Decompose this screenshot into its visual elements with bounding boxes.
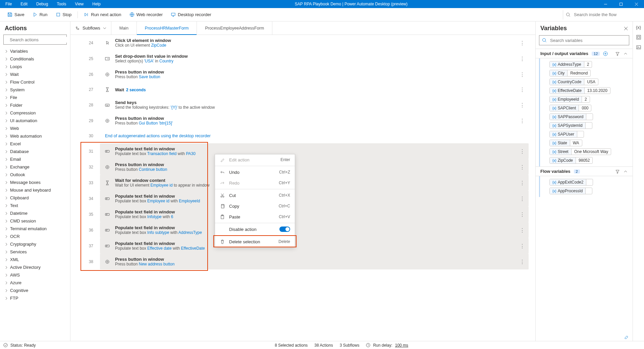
flow-step[interactable]: Populate text field in windowPopulate te…	[100, 206, 529, 222]
minimize-button[interactable]	[598, 0, 613, 8]
flow-variables-header[interactable]: Flow variables 2	[536, 166, 633, 176]
variable-chip[interactable]: {x}ZipCode98052	[549, 157, 593, 164]
add-variable-button[interactable]	[603, 51, 608, 56]
actions-category[interactable]: Terminal emulation	[0, 225, 70, 233]
actions-category[interactable]: Email	[0, 155, 70, 163]
step-more-button[interactable]: ⋮	[520, 87, 525, 93]
ctx-cut[interactable]: CutCtrl+X	[215, 190, 295, 201]
variable-chip[interactable]: {x}AppExitCode2	[549, 179, 593, 186]
flow-step[interactable]: Populate text field in windowPopulate te…	[100, 143, 529, 159]
stop-button[interactable]: Stop	[52, 11, 75, 18]
menu-help[interactable]: Help	[88, 0, 105, 8]
filter-icon[interactable]	[615, 169, 620, 174]
flow-step[interactable]: Wait2 seconds⋮	[100, 82, 529, 97]
flow-step[interactable]: Click UI element in windowClick on UI el…	[100, 35, 529, 51]
actions-category[interactable]: Wait	[0, 70, 70, 78]
step-more-button[interactable]: ⋮	[520, 258, 525, 265]
subflows-toggle[interactable]: Subflows	[70, 21, 111, 35]
io-variables-header[interactable]: Input / output variables 12	[536, 49, 633, 58]
actions-category[interactable]: Folder	[0, 101, 70, 109]
close-panel-button[interactable]	[624, 27, 628, 31]
actions-category[interactable]: Flow Control	[0, 78, 70, 86]
variable-chip[interactable]: {x}EffectiveDate13.10.2020	[549, 87, 610, 94]
variable-chip[interactable]: {x}SAPUser	[549, 131, 584, 138]
actions-search-input[interactable]	[9, 37, 67, 43]
actions-category[interactable]: Services	[0, 248, 70, 256]
variable-chip[interactable]: {x}EmployeeId2	[549, 96, 590, 103]
collapse-icon[interactable]	[623, 51, 628, 56]
variables-search[interactable]	[539, 35, 629, 45]
step-more-button[interactable]: ⋮	[520, 117, 525, 124]
flow-step[interactable]: Press button in windowPress button Conti…	[100, 159, 529, 175]
actions-category[interactable]: Web	[0, 124, 70, 132]
ctx-paste[interactable]: PasteCtrl+V	[215, 211, 295, 222]
maximize-button[interactable]	[613, 0, 629, 8]
flow-step[interactable]: Press button in windowPress button Gui B…	[100, 113, 529, 129]
variable-chip[interactable]: {x}StateWA	[549, 140, 582, 146]
step-more-button[interactable]: ⋮	[520, 211, 525, 217]
actions-category[interactable]: OCR	[0, 233, 70, 240]
actions-search[interactable]	[3, 35, 67, 45]
menu-tools[interactable]: Tools	[53, 0, 70, 8]
step-more-button[interactable]: ⋮	[520, 195, 525, 202]
actions-category[interactable]: CMD session	[0, 217, 70, 225]
web-recorder-button[interactable]: Web recorder	[126, 11, 166, 18]
step-more-button[interactable]: ⋮	[520, 164, 525, 170]
actions-category[interactable]: XML	[0, 256, 70, 263]
actions-category[interactable]: Datetime	[0, 209, 70, 217]
variable-chip[interactable]: {x}AppProcessId	[549, 188, 592, 194]
actions-category[interactable]: Cryptography	[0, 240, 70, 248]
step-more-button[interactable]: ⋮	[520, 40, 525, 46]
collapse-icon[interactable]	[623, 169, 628, 174]
variable-chip[interactable]: {x}CityRedmond	[549, 70, 591, 77]
filter-icon[interactable]	[615, 51, 620, 56]
flow-step[interactable]: Populate text field in windowPopulate te…	[100, 191, 529, 206]
menu-debug[interactable]: Debug	[32, 0, 52, 8]
flow-search-input[interactable]	[573, 12, 637, 17]
actions-category[interactable]: Web automation	[0, 132, 70, 140]
step-more-button[interactable]: ⋮	[520, 102, 525, 108]
step-more-button[interactable]: ⋮	[520, 227, 525, 233]
step-more-button[interactable]: ⋮	[520, 55, 525, 62]
actions-category[interactable]: Clipboard	[0, 194, 70, 202]
actions-category[interactable]: Conditionals	[0, 55, 70, 63]
flow-step[interactable]: Set drop-down list value in windowSelect…	[100, 51, 529, 66]
subflow-tab[interactable]: ProcessEmployeeAddressForm	[197, 21, 272, 35]
ui-elements-rail-icon[interactable]	[636, 35, 641, 40]
variable-chip[interactable]: {x}SAPSystemId	[549, 122, 592, 129]
actions-category[interactable]: Exchange	[0, 163, 70, 171]
menu-view[interactable]: View	[71, 0, 88, 8]
actions-category[interactable]: File	[0, 94, 70, 101]
desktop-recorder-button[interactable]: Desktop recorder	[167, 11, 215, 18]
step-more-button[interactable]: ⋮	[520, 243, 525, 249]
variables-search-input[interactable]	[549, 38, 626, 43]
actions-category[interactable]: Azure	[0, 279, 70, 287]
actions-category[interactable]: Text	[0, 202, 70, 209]
ctx-delete[interactable]: Delete selectionDelete	[215, 236, 295, 247]
save-button[interactable]: Save	[4, 11, 28, 18]
variable-chip[interactable]: {x}AddressType2	[549, 61, 592, 68]
actions-category[interactable]: Mouse and keyboard	[0, 186, 70, 194]
step-more-button[interactable]: ⋮	[520, 71, 525, 78]
actions-category[interactable]: Variables	[0, 47, 70, 55]
flow-step[interactable]: Send keysSend the following keystrokes: …	[100, 97, 529, 113]
actions-category[interactable]: Active Directory	[0, 263, 70, 271]
menu-file[interactable]: File	[1, 0, 16, 8]
close-button[interactable]	[629, 0, 644, 8]
variable-chip[interactable]: {x}CountryCodeUSA	[549, 79, 598, 85]
actions-category[interactable]: Excel	[0, 140, 70, 148]
flow-step[interactable]: Populate text field in windowPopulate te…	[100, 222, 529, 238]
actions-category[interactable]: UI automation	[0, 117, 70, 124]
subflow-tab[interactable]: Main	[111, 21, 137, 35]
run-delay-value[interactable]: 100 ms	[395, 343, 408, 348]
flow-canvas[interactable]: 24Click UI element in windowClick on UI …	[70, 35, 535, 341]
ctx-copy[interactable]: CopyCtrl+C	[215, 201, 295, 211]
flow-step[interactable]: Wait for window contentWait for UI eleme…	[100, 175, 529, 191]
subflow-tab[interactable]: ProcessHRMasterForm	[137, 21, 197, 35]
actions-category[interactable]: Loops	[0, 63, 70, 70]
actions-category[interactable]: Cognitive	[0, 287, 70, 294]
images-rail-icon[interactable]	[636, 45, 641, 50]
actions-category[interactable]: System	[0, 86, 70, 94]
step-more-button[interactable]: ⋮	[520, 148, 525, 154]
flow-step[interactable]: Press button in windowPress button New a…	[100, 254, 529, 269]
